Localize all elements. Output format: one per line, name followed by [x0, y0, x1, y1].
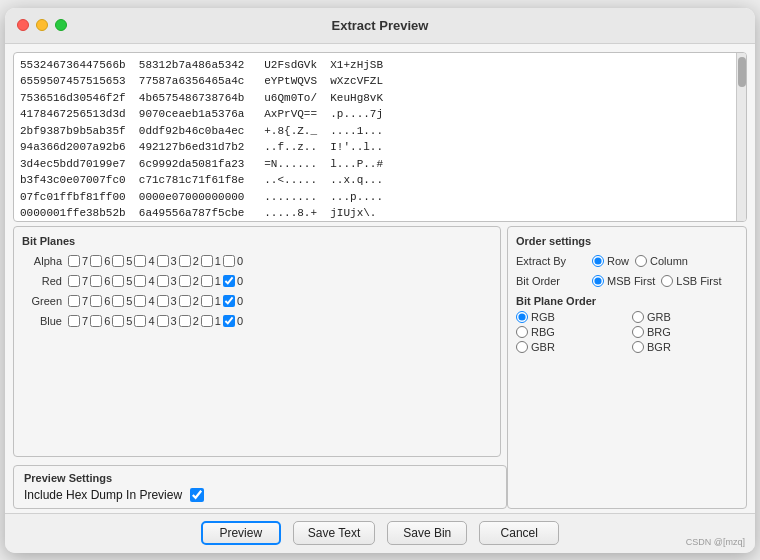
extract-by-row-option[interactable]: Row: [592, 255, 629, 267]
red-row: Red 7 6 5 4 3 2 1 0: [22, 275, 492, 287]
brg-label: BRG: [647, 326, 671, 338]
green-1[interactable]: 1: [201, 295, 221, 307]
green-5[interactable]: 5: [112, 295, 132, 307]
scrollbar-thumb[interactable]: [738, 57, 746, 87]
main-content: 553246736447566b 58312b7a486a5342 U2FsdG…: [5, 44, 755, 553]
red-7[interactable]: 7: [68, 275, 88, 287]
bit-order-row: Bit Order MSB First LSB First: [516, 275, 738, 287]
lsb-first-label: LSB First: [676, 275, 721, 287]
alpha-label: Alpha: [22, 255, 62, 267]
grb-label: GRB: [647, 311, 671, 323]
left-column: Bit Planes Alpha 7 6 5 4 3 2 1 0: [13, 226, 507, 509]
extract-by-label: Extract By: [516, 255, 586, 267]
green-label: Green: [22, 295, 62, 307]
bit-planes-title: Bit Planes: [22, 235, 492, 247]
blue-label: Blue: [22, 315, 62, 327]
extract-by-row: Extract By Row Column: [516, 255, 738, 267]
green-2[interactable]: 2: [179, 295, 199, 307]
alpha-7[interactable]: 7: [68, 255, 88, 267]
msb-first-option[interactable]: MSB First: [592, 275, 655, 287]
brg-option[interactable]: BRG: [632, 326, 738, 338]
blue-5[interactable]: 5: [112, 315, 132, 327]
lsb-first-option[interactable]: LSB First: [661, 275, 721, 287]
gbr-label: GBR: [531, 341, 555, 353]
blue-6[interactable]: 6: [90, 315, 110, 327]
rbg-option[interactable]: RBG: [516, 326, 622, 338]
include-hex-checkbox[interactable]: [190, 488, 204, 502]
close-button[interactable]: [17, 19, 29, 31]
blue-1[interactable]: 1: [201, 315, 221, 327]
bit-order-label: Bit Order: [516, 275, 586, 287]
preview-settings-title: Preview Settings: [24, 472, 496, 484]
rbg-label: RBG: [531, 326, 555, 338]
green-7[interactable]: 7: [68, 295, 88, 307]
include-hex-label: Include Hex Dump In Preview: [24, 488, 182, 502]
maximize-button[interactable]: [55, 19, 67, 31]
extract-column-label: Column: [650, 255, 688, 267]
red-0[interactable]: 0: [223, 275, 243, 287]
window-title: Extract Preview: [332, 18, 429, 33]
extract-by-section: Extract By Row Column: [516, 255, 738, 267]
blue-row: Blue 7 6 5 4 3 2 1 0: [22, 315, 492, 327]
preview-settings-row: Include Hex Dump In Preview: [24, 488, 496, 502]
red-4[interactable]: 4: [134, 275, 154, 287]
grb-option[interactable]: GRB: [632, 311, 738, 323]
order-settings-panel: Order settings Extract By Row Column: [507, 226, 747, 509]
blue-0[interactable]: 0: [223, 315, 243, 327]
bottom-bar: Preview Save Text Save Bin Cancel CSDN @…: [5, 513, 755, 553]
blue-4[interactable]: 4: [134, 315, 154, 327]
title-bar: Extract Preview: [5, 8, 755, 44]
bit-plane-order-grid: RGB GRB RBG BRG: [516, 311, 738, 353]
bit-plane-order-title: Bit Plane Order: [516, 295, 738, 307]
green-4[interactable]: 4: [134, 295, 154, 307]
watermark: CSDN @[mzq]: [686, 537, 745, 547]
red-label: Red: [22, 275, 62, 287]
save-text-button[interactable]: Save Text: [293, 521, 375, 545]
gbr-option[interactable]: GBR: [516, 341, 622, 353]
main-window: Extract Preview 553246736447566b 58312b7…: [5, 8, 755, 553]
blue-7[interactable]: 7: [68, 315, 88, 327]
extract-by-column-option[interactable]: Column: [635, 255, 688, 267]
green-row: Green 7 6 5 4 3 2 1 0: [22, 295, 492, 307]
preview-area: 553246736447566b 58312b7a486a5342 U2FsdG…: [13, 52, 747, 222]
alpha-2[interactable]: 2: [179, 255, 199, 267]
green-6[interactable]: 6: [90, 295, 110, 307]
bit-order-section: Bit Order MSB First LSB First: [516, 275, 738, 287]
extract-row-label: Row: [607, 255, 629, 267]
bgr-option[interactable]: BGR: [632, 341, 738, 353]
preview-scrollbar[interactable]: [736, 53, 746, 221]
cancel-button[interactable]: Cancel: [479, 521, 559, 545]
alpha-row: Alpha 7 6 5 4 3 2 1 0: [22, 255, 492, 267]
bgr-label: BGR: [647, 341, 671, 353]
blue-2[interactable]: 2: [179, 315, 199, 327]
preview-button[interactable]: Preview: [201, 521, 281, 545]
bit-plane-order-section: Bit Plane Order RGB GRB RBG: [516, 295, 738, 353]
blue-3[interactable]: 3: [157, 315, 177, 327]
preview-text: 553246736447566b 58312b7a486a5342 U2FsdG…: [14, 53, 736, 221]
order-settings-title: Order settings: [516, 235, 738, 247]
alpha-0[interactable]: 0: [223, 255, 243, 267]
red-2[interactable]: 2: [179, 275, 199, 287]
green-0[interactable]: 0: [223, 295, 243, 307]
save-bin-button[interactable]: Save Bin: [387, 521, 467, 545]
rgb-label: RGB: [531, 311, 555, 323]
traffic-lights: [17, 19, 67, 31]
panels: Bit Planes Alpha 7 6 5 4 3 2 1 0: [13, 226, 747, 509]
bit-planes-panel: Bit Planes Alpha 7 6 5 4 3 2 1 0: [13, 226, 501, 457]
alpha-1[interactable]: 1: [201, 255, 221, 267]
alpha-6[interactable]: 6: [90, 255, 110, 267]
red-3[interactable]: 3: [157, 275, 177, 287]
preview-settings-panel: Preview Settings Include Hex Dump In Pre…: [13, 465, 507, 509]
minimize-button[interactable]: [36, 19, 48, 31]
alpha-3[interactable]: 3: [157, 255, 177, 267]
alpha-4[interactable]: 4: [134, 255, 154, 267]
green-3[interactable]: 3: [157, 295, 177, 307]
alpha-5[interactable]: 5: [112, 255, 132, 267]
red-6[interactable]: 6: [90, 275, 110, 287]
rgb-option[interactable]: RGB: [516, 311, 622, 323]
red-5[interactable]: 5: [112, 275, 132, 287]
red-1[interactable]: 1: [201, 275, 221, 287]
msb-first-label: MSB First: [607, 275, 655, 287]
